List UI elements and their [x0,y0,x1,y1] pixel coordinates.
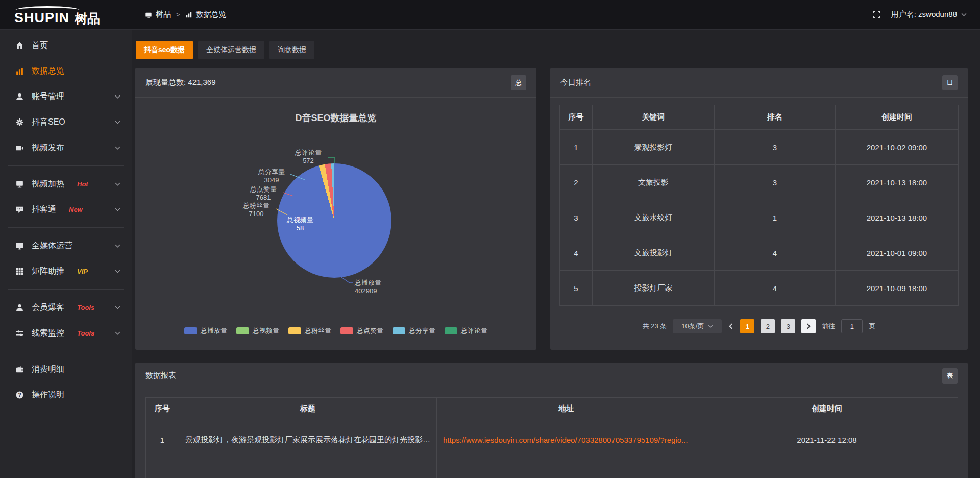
legend-item[interactable]: 总粉丝量 [288,326,331,336]
report-table: 序号 标题 地址 创建时间 1 景观投影灯，夜游景观投影灯厂家展示展示落花灯在花… [145,397,958,478]
sidebar-item-omnimedia[interactable]: 全媒体运营 [0,233,132,258]
legend-swatch [393,327,405,334]
sidebar-item-video-heating[interactable]: 视频加热 Hot [0,171,132,197]
legend-item[interactable]: 总播放量 [184,326,227,336]
table-row[interactable]: 1 景观投影灯，夜游景观投影灯厂家展示展示落花灯在花园里的灯光投影应用效果 # … [146,420,958,460]
cell-created: 2021-10-02 09:00 [836,130,959,165]
sidebar-item-label: 矩阵助推 [32,266,64,277]
sidebar-item-label: 线索监控 [32,328,64,339]
sidebar-item-matrix-boost[interactable]: 矩阵助推 VIP [0,258,132,284]
sidebar-item-douketong[interactable]: 抖客通 New [0,197,132,222]
legend-label: 总粉丝量 [305,326,331,336]
breadcrumb-separator: > [176,11,180,18]
total-view-button[interactable]: 总 [511,75,526,90]
sidebar-item-member-baoke[interactable]: 会员爆客 Tools [0,295,132,320]
sidebar-item-label: 抖音SEO [32,117,65,128]
cell-created: 2021-11-22 12:08 [696,420,958,460]
tools-badge: Tools [77,304,94,312]
breadcrumb-item-home[interactable]: 树品 [145,10,171,19]
bar-chart-icon [15,67,24,76]
bar-chart-icon [185,11,192,18]
legend-label: 总播放量 [201,326,227,336]
slice-value: 7100 [236,210,276,218]
table-header-row: 序号 关键词 排名 创建时间 [560,105,959,130]
col-header-title: 标题 [179,398,437,420]
table-row[interactable]: 3 文旅水纹灯 1 2021-10-13 18:00 [560,200,959,235]
table-row[interactable]: 5 投影灯厂家 4 2021-10-09 18:00 [560,271,959,306]
goto-page-input[interactable] [841,319,863,333]
table-row[interactable]: 4 文旅投影灯 4 2021-10-01 09:00 [560,235,959,271]
fullscreen-icon[interactable] [872,10,881,19]
question-circle-icon: ? [15,391,24,399]
prev-page-icon[interactable] [728,323,734,329]
chat-bubble-icon [15,205,24,214]
legend-label: 总分享量 [409,326,435,336]
slice-value: 3049 [252,176,291,184]
slice-value: 402909 [355,287,401,295]
goto-label: 前往 [822,322,835,331]
col-header-keyword: 关键词 [593,105,715,130]
pie-chart-area: D音SEO数据量总览 总评论量 572 总分享量 3049 总点赞量 7681 [135,98,536,349]
pie-label-likes: 总点赞量 7681 [243,185,283,202]
cell-index: 2 [560,165,593,200]
legend-swatch [184,327,197,334]
sidebar-item-douyin-seo[interactable]: 抖音SEO [0,109,132,135]
daily-view-button[interactable]: 日 [942,75,958,90]
ranking-table: 序号 关键词 排名 创建时间 1 景观投影灯 3 2021-10-02 09:0… [559,105,959,306]
sidebar-item-instructions[interactable]: ? 操作说明 [0,382,132,408]
user-menu[interactable]: 用户名: zswodun88 [891,10,967,19]
wallet-icon [15,365,24,374]
report-card-title: 数据报表 [145,371,176,380]
cell-keyword: 文旅水纹灯 [593,200,715,235]
table-row[interactable]: 1 景观投影灯 3 2021-10-02 09:00 [560,130,959,165]
sidebar-item-account[interactable]: 账号管理 [0,84,132,109]
tab-inquiry-data[interactable]: 询盘数据 [270,41,314,59]
col-header-index: 序号 [560,105,593,130]
gear-icon [15,118,24,127]
page-button-1[interactable]: 1 [740,319,754,333]
cell-video-link[interactable]: https://www.iesdouyin.com/share/video/70… [437,420,696,460]
page-size-select[interactable]: 10条/页 [673,319,722,333]
sidebar-item-label: 消费明细 [32,364,64,375]
tv-icon [15,180,24,188]
next-page-icon [806,323,811,329]
legend-label: 总视频量 [253,326,279,336]
sidebar-item-consumption[interactable]: 消费明细 [0,356,132,382]
hot-badge: Hot [77,180,88,188]
monitor-icon [15,242,24,250]
cell-created: 2021-10-13 18:00 [836,165,959,200]
legend-item[interactable]: 总点赞量 [340,326,383,336]
slice-name: 总评论量 [288,149,328,157]
table-view-button[interactable]: 表 [942,368,958,384]
sidebar-divider [8,165,124,166]
logo-text-cn: 树品 [75,12,100,25]
legend-item[interactable]: 总分享量 [393,326,435,336]
chevron-down-icon [115,208,120,211]
sidebar-divider [8,289,124,290]
sidebar-item-lead-monitor[interactable]: 线索监控 Tools [0,320,132,346]
tab-douyin-seo[interactable]: 抖音seo数据 [136,41,193,59]
ranking-card: 今日排名 日 序号 关键词 排名 创建时间 1 景观投影灯 [550,68,968,350]
tab-omnimedia-data[interactable]: 全媒体运营数据 [198,41,264,59]
page-button-3[interactable]: 3 [781,319,795,333]
legend-swatch [340,327,353,334]
sidebar-item-label: 账号管理 [32,91,64,102]
app-window-icon [145,11,152,18]
next-page-button[interactable] [801,319,816,333]
page-button-2[interactable]: 2 [761,319,775,333]
table-row[interactable]: 2 文旅投影 3 2021-10-13 18:00 [560,165,959,200]
legend-item[interactable]: 总评论量 [445,326,487,336]
breadcrumb-item-current[interactable]: 数据总览 [185,10,227,19]
sidebar-item-video-publish[interactable]: 视频发布 [0,135,132,160]
legend-item[interactable]: 总视频量 [236,326,279,336]
sidebar-item-home[interactable]: 首页 [0,33,132,58]
ranking-table-wrap: 序号 关键词 排名 创建时间 1 景观投影灯 3 2021-10-02 09:0… [550,98,968,333]
cell-index: 1 [146,420,179,460]
table-row[interactable] [146,460,958,478]
chevron-down-icon [708,325,713,328]
new-badge: New [69,206,83,213]
legend-swatch [288,327,301,334]
sidebar-item-data-overview[interactable]: 数据总览 [0,58,132,84]
chevron-down-icon [115,95,120,99]
page-size-value: 10条/页 [681,322,704,331]
